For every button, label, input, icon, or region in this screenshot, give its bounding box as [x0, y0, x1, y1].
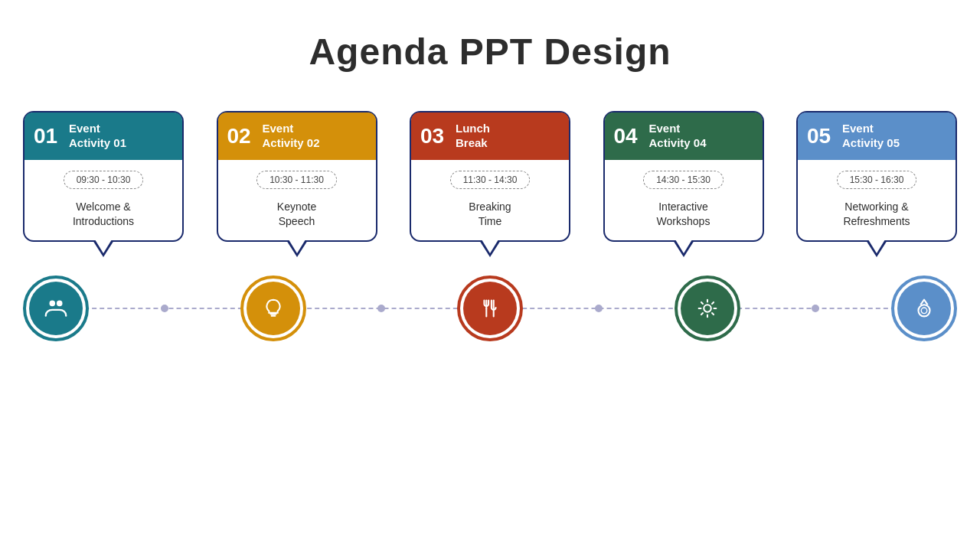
timeline-dot-1 — [377, 305, 385, 312]
card-time-04: 14:30 - 15:30 — [643, 171, 724, 189]
icon-inner-05 — [897, 282, 951, 335]
svg-point-1 — [57, 300, 63, 306]
card-time-05: 15:30 - 16:30 — [837, 171, 917, 189]
icon-inner-04 — [681, 282, 734, 335]
card-title-03: LunchBreak — [456, 122, 490, 151]
svg-rect-2 — [270, 312, 276, 315]
timeline-dot-0 — [161, 305, 168, 312]
page-title: Agenda PPT Design — [309, 31, 671, 73]
card-header-05: 05 EventActivity 05 — [798, 112, 956, 160]
svg-rect-3 — [270, 315, 276, 316]
icons-row — [23, 276, 957, 341]
event-card-03: 03 LunchBreak 11:30 - 14:30 BreakingTime — [410, 111, 570, 242]
icon-circle-03 — [457, 276, 523, 341]
svg-point-8 — [918, 305, 929, 316]
card-time-03: 11:30 - 14:30 — [450, 171, 531, 189]
timeline-dot-2 — [595, 305, 603, 312]
card-wrapper-05: 05 EventActivity 05 15:30 - 16:30 Networ… — [796, 111, 957, 242]
timeline-dot-3 — [812, 305, 819, 312]
event-card-04: 04 EventActivity 04 14:30 - 15:30 Intera… — [603, 111, 764, 242]
card-title-02: EventActivity 02 — [263, 122, 320, 151]
icon-circle-04 — [675, 276, 740, 341]
card-desc-01: Welcome &Introductions — [68, 200, 139, 230]
icon-inner-01 — [29, 282, 83, 335]
icon-circle-02 — [240, 276, 306, 341]
card-wrapper-01: 01 EventActivity 01 09:30 - 10:30 Welcom… — [23, 111, 184, 242]
icon-circle-01 — [23, 276, 89, 341]
card-header-04: 04 EventActivity 04 — [605, 112, 763, 160]
card-title-01: EventActivity 01 — [69, 122, 126, 151]
card-header-02: 02 EventActivity 02 — [218, 112, 376, 160]
card-title-04: EventActivity 04 — [649, 122, 707, 151]
svg-point-9 — [921, 308, 927, 314]
event-card-05: 05 EventActivity 05 15:30 - 16:30 Networ… — [796, 111, 957, 242]
card-wrapper-03: 03 LunchBreak 11:30 - 14:30 BreakingTime — [410, 111, 570, 242]
card-header-01: 01 EventActivity 01 — [24, 112, 182, 160]
svg-point-7 — [704, 305, 710, 311]
card-wrapper-04: 04 EventActivity 04 14:30 - 15:30 Intera… — [603, 111, 764, 242]
icon-inner-02 — [247, 282, 300, 335]
card-wrapper-02: 02 EventActivity 02 10:30 - 11:30 Keynot… — [217, 111, 377, 242]
card-desc-02: KeynoteSpeech — [273, 200, 321, 230]
card-time-01: 09:30 - 10:30 — [64, 171, 144, 189]
card-number-03: 03 — [420, 124, 448, 148]
event-card-02: 02 EventActivity 02 10:30 - 11:30 Keynot… — [217, 111, 377, 242]
card-title-05: EventActivity 05 — [842, 122, 900, 151]
card-desc-05: Networking &Refreshments — [838, 200, 914, 230]
card-time-02: 10:30 - 11:30 — [256, 171, 337, 189]
timeline-container: 01 EventActivity 01 09:30 - 10:30 Welcom… — [0, 111, 980, 341]
cards-row: 01 EventActivity 01 09:30 - 10:30 Welcom… — [23, 111, 957, 242]
card-number-04: 04 — [614, 124, 642, 148]
card-number-01: 01 — [34, 124, 61, 148]
icon-circle-05 — [891, 276, 957, 341]
svg-point-0 — [50, 300, 56, 306]
event-card-01: 01 EventActivity 01 09:30 - 10:30 Welcom… — [23, 111, 184, 242]
card-number-02: 02 — [227, 124, 255, 148]
icon-inner-03 — [463, 282, 517, 335]
card-number-05: 05 — [807, 124, 835, 148]
card-header-03: 03 LunchBreak — [411, 112, 569, 160]
card-desc-04: InteractiveWorkshops — [652, 200, 715, 230]
card-desc-03: BreakingTime — [464, 200, 515, 230]
